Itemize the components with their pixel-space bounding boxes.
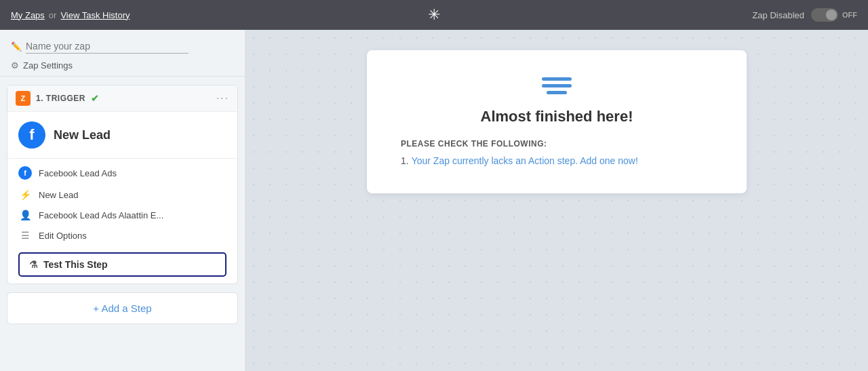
zap-toggle-knob [826, 9, 837, 20]
action-row: 1. Your Zap currently lacks an Action st… [401, 155, 713, 166]
zap-toggle-track[interactable] [811, 8, 838, 22]
trigger-edit-options-item[interactable]: ☰ Edit Options [7, 225, 237, 246]
almost-finished-title: Almost finished here! [401, 108, 713, 125]
toggle-off-label: OFF [842, 11, 857, 19]
view-task-history-link[interactable]: View Task History [60, 10, 130, 20]
zap-settings-row[interactable]: ⚙ Zap Settings [11, 60, 234, 71]
trigger-check-icon: ✔ [91, 93, 100, 104]
action-number: 1. [401, 155, 409, 166]
test-step-label: Test This Step [43, 259, 108, 270]
facebook-logo-large: f [18, 121, 45, 149]
zap-name-row: ✏️ [11, 39, 234, 54]
trigger-event-item[interactable]: ⚡ New Lead [7, 184, 237, 205]
trigger-edit-options-label: Edit Options [39, 231, 87, 241]
nav-or-separator: or [49, 10, 57, 20]
new-lead-title: New Lead [54, 128, 111, 142]
hamburger-line-1 [542, 77, 572, 81]
nav-right: Zap Disabled OFF [752, 8, 857, 22]
list-icon: ☰ [18, 230, 32, 241]
person-icon: 👤 [18, 210, 32, 220]
gear-icon: ⚙ [11, 60, 19, 71]
nav-links: My Zaps or View Task History [11, 10, 130, 20]
bolt-icon: ⚡ [18, 189, 32, 200]
trigger-account-name: Facebook Lead Ads Alaattin E... [39, 210, 163, 220]
trigger-event-name: New Lead [39, 190, 79, 200]
trigger-sub-items: f Facebook Lead Ads ⚡ New Lead 👤 Faceboo… [7, 159, 237, 248]
facebook-small-icon: f [18, 166, 32, 180]
hamburger-icon [542, 77, 572, 94]
new-lead-card: f New Lead [7, 112, 237, 159]
almost-finished-card: Almost finished here! PLEASE CHECK THE F… [367, 50, 747, 193]
flask-icon: ⚗ [29, 259, 38, 270]
trigger-step-label: 1. TRIGGER [36, 94, 85, 103]
main-content-area: Almost finished here! PLEASE CHECK THE F… [245, 30, 868, 371]
add-step-button[interactable]: + Add a Step [7, 292, 238, 324]
trigger-header-left: Z 1. TRIGGER ✔ [16, 91, 100, 106]
zap-settings-label: Zap Settings [23, 60, 73, 71]
trigger-account-item[interactable]: 👤 Facebook Lead Ads Alaattin E... [7, 205, 237, 225]
main-layout: ✏️ ⚙ Zap Settings Z 1. TRIGGER ✔ ··· f [0, 30, 868, 371]
trigger-app-name: Facebook Lead Ads [39, 168, 117, 178]
trigger-number-icon: Z [16, 91, 31, 106]
hamburger-line-3 [547, 91, 567, 94]
zap-name-input[interactable] [26, 39, 189, 54]
nav-center-logo: ✳ [428, 6, 440, 24]
zap-disabled-label: Zap Disabled [752, 10, 804, 20]
zap-toggle-container[interactable]: OFF [811, 8, 857, 22]
my-zaps-link[interactable]: My Zaps [11, 10, 45, 20]
trigger-options-dots[interactable]: ··· [216, 92, 229, 104]
top-navigation: My Zaps or View Task History ✳ Zap Disab… [0, 0, 868, 30]
trigger-header: Z 1. TRIGGER ✔ ··· [7, 85, 237, 112]
zapier-logo-icon: ✳ [428, 6, 440, 23]
sidebar: ✏️ ⚙ Zap Settings Z 1. TRIGGER ✔ ··· f [0, 30, 245, 371]
trigger-app-item[interactable]: f Facebook Lead Ads [7, 161, 237, 184]
test-step-button[interactable]: ⚗ Test This Step [18, 252, 226, 277]
check-following-label: PLEASE CHECK THE FOLLOWING: [401, 139, 713, 149]
add-step-label: + Add a Step [93, 302, 151, 314]
pencil-icon: ✏️ [11, 41, 22, 52]
add-action-link[interactable]: Your Zap currently lacks an Action step.… [412, 155, 638, 166]
sidebar-top-section: ✏️ ⚙ Zap Settings [0, 30, 245, 77]
hamburger-line-2 [542, 84, 572, 87]
trigger-block: Z 1. TRIGGER ✔ ··· f New Lead f Facebook… [7, 85, 238, 284]
